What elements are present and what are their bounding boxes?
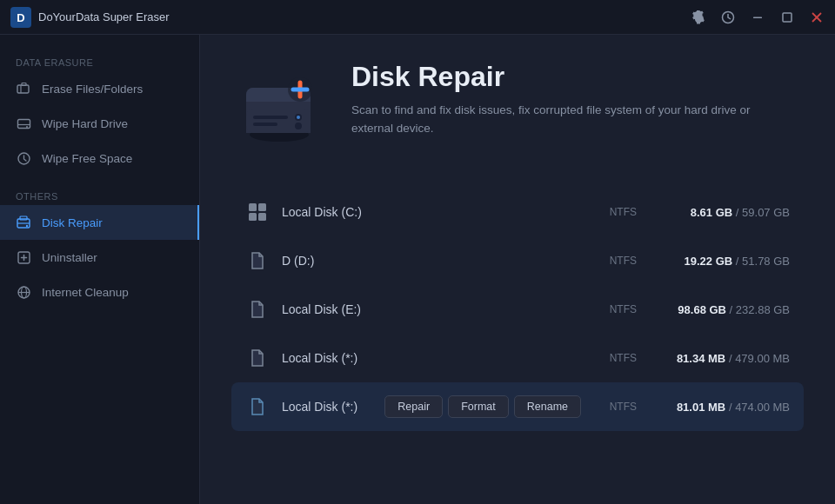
- disk-row-star1[interactable]: Local Disk (*:) NTFS 81.34 MB / 479.00 M…: [231, 334, 804, 382]
- page-header: Disk Repair Scan to find and fix disk is…: [231, 61, 804, 156]
- sidebar-item-erase-files[interactable]: Erase Files/Folders: [0, 71, 199, 106]
- internet-icon: [16, 284, 31, 300]
- svg-rect-37: [249, 203, 257, 211]
- disk-star2-name: Local Disk (*:): [282, 400, 384, 414]
- disk-star1-total: / 479.00 MB: [729, 352, 790, 365]
- disk-row-d[interactable]: D (D:) NTFS 19.22 GB / 51.78 GB: [231, 236, 804, 285]
- eraser-icon: [16, 81, 31, 96]
- data-erasure-label: Data Erasure: [0, 52, 199, 71]
- disk-star1-name: Local Disk (*:): [282, 351, 595, 365]
- disk-e-name: Local Disk (E:): [282, 302, 595, 316]
- sidebar-item-disk-repair-label: Disk Repair: [42, 216, 103, 229]
- disk-e-fs: NTFS: [595, 303, 637, 315]
- titlebar-controls: [691, 10, 825, 25]
- disk-c-fs: NTFS: [595, 206, 637, 218]
- disk-d-size: 19.22 GB / 51.78 GB: [651, 255, 790, 268]
- disk-star2-size: 81.01 MB / 474.00 MB: [651, 401, 790, 414]
- svg-rect-9: [22, 83, 26, 85]
- sidebar-item-wipe-hard-drive[interactable]: Wipe Hard Drive: [0, 106, 199, 141]
- disk-e-used: 98.68 GB: [678, 303, 726, 316]
- disk-d-fs: NTFS: [595, 255, 637, 267]
- header-text: Disk Repair Scan to find and fix disk is…: [351, 61, 804, 138]
- sidebar-item-disk-repair[interactable]: Disk Repair: [0, 205, 199, 240]
- svg-text:D: D: [17, 11, 24, 24]
- svg-rect-38: [258, 203, 266, 211]
- disk-star2-icon: [245, 395, 270, 419]
- disk-repair-icon: [16, 215, 31, 230]
- svg-rect-7: [17, 85, 29, 93]
- main-layout: Data Erasure Erase Files/Folders Wipe Ha…: [0, 35, 835, 504]
- disk-e-size: 98.68 GB / 232.88 GB: [651, 303, 790, 316]
- disk-d-name: D (D:): [282, 254, 595, 268]
- sidebar-item-uninstaller[interactable]: Uninstaller: [0, 240, 199, 275]
- disk-e-icon: [245, 297, 270, 322]
- free-space-icon: [16, 150, 31, 166]
- rename-button[interactable]: Rename: [514, 395, 581, 418]
- disk-star2-total: / 474.00 MB: [729, 401, 790, 414]
- svg-rect-30: [253, 123, 277, 126]
- app-title: DoYourData Super Eraser: [38, 10, 170, 23]
- app-logo: D: [10, 7, 31, 28]
- sidebar-item-wipe-hard-drive-label: Wipe Hard Drive: [42, 117, 128, 130]
- svg-rect-10: [17, 119, 30, 128]
- svg-rect-39: [249, 213, 257, 221]
- sidebar-item-internet-cleanup-label: Internet Cleanup: [42, 286, 129, 299]
- sidebar-item-erase-files-label: Erase Files/Folders: [42, 83, 143, 96]
- svg-point-17: [26, 225, 28, 227]
- disk-star1-fs: NTFS: [595, 352, 637, 364]
- uninstaller-icon: [16, 249, 31, 265]
- minimize-button[interactable]: [750, 10, 765, 25]
- disk-row-e[interactable]: Local Disk (E:) NTFS 98.68 GB / 232.88 G…: [231, 285, 804, 334]
- disk-c-name: Local Disk (C:): [282, 205, 595, 219]
- disk-star1-used: 81.34 MB: [677, 352, 725, 365]
- svg-rect-4: [783, 13, 792, 22]
- titlebar-left: D DoYourData Super Eraser: [10, 7, 170, 28]
- disk-d-icon: [245, 249, 270, 273]
- svg-point-12: [26, 126, 28, 128]
- history-button[interactable]: [720, 10, 736, 25]
- settings-button[interactable]: [691, 10, 706, 25]
- disk-c-icon: [245, 200, 270, 224]
- sidebar: Data Erasure Erase Files/Folders Wipe Ha…: [0, 35, 200, 504]
- disk-d-used: 19.22 GB: [685, 255, 733, 268]
- disk-repair-hero-icon: [234, 63, 325, 155]
- sidebar-item-uninstaller-label: Uninstaller: [42, 251, 97, 264]
- svg-point-32: [295, 123, 302, 129]
- svg-rect-28: [246, 109, 311, 133]
- svg-point-33: [297, 116, 300, 119]
- content-area: Disk Repair Scan to find and fix disk is…: [200, 35, 835, 504]
- sidebar-item-wipe-free-space[interactable]: Wipe Free Space: [0, 141, 199, 176]
- repair-button[interactable]: Repair: [384, 395, 443, 418]
- disk-star1-size: 81.34 MB / 479.00 MB: [651, 352, 790, 365]
- disk-list: Local Disk (C:) NTFS 8.61 GB / 59.07 GB …: [231, 188, 804, 431]
- format-button[interactable]: Format: [448, 395, 509, 418]
- disk-row-star2[interactable]: Local Disk (*:) Repair Format Rename NTF…: [231, 382, 804, 431]
- disk-c-used: 8.61 GB: [691, 206, 732, 219]
- svg-rect-29: [253, 116, 288, 119]
- others-label: Others: [0, 186, 199, 205]
- page-title: Disk Repair: [351, 61, 804, 93]
- maximize-button[interactable]: [779, 10, 795, 25]
- disk-c-total: / 59.07 GB: [736, 206, 790, 219]
- disk-star2-actions: Repair Format Rename: [384, 395, 581, 418]
- svg-rect-3: [753, 17, 762, 18]
- disk-d-total: / 51.78 GB: [736, 255, 790, 268]
- page-description: Scan to find and fix disk issues, fix co…: [351, 102, 786, 138]
- header-icon-area: [231, 61, 327, 156]
- disk-row-c[interactable]: Local Disk (C:) NTFS 8.61 GB / 59.07 GB: [231, 188, 804, 236]
- disk-c-size: 8.61 GB / 59.07 GB: [651, 206, 790, 219]
- disk-e-total: / 232.88 GB: [730, 303, 790, 316]
- sidebar-item-internet-cleanup[interactable]: Internet Cleanup: [0, 275, 199, 309]
- disk-star1-icon: [245, 346, 270, 370]
- sidebar-item-wipe-free-space-label: Wipe Free Space: [42, 152, 132, 165]
- disk-star2-fs: NTFS: [595, 401, 637, 413]
- close-button[interactable]: [809, 10, 825, 25]
- disk-star2-used: 81.01 MB: [677, 401, 725, 414]
- titlebar: D DoYourData Super Eraser: [0, 0, 835, 35]
- svg-rect-40: [258, 213, 266, 221]
- hdd-icon: [16, 116, 31, 131]
